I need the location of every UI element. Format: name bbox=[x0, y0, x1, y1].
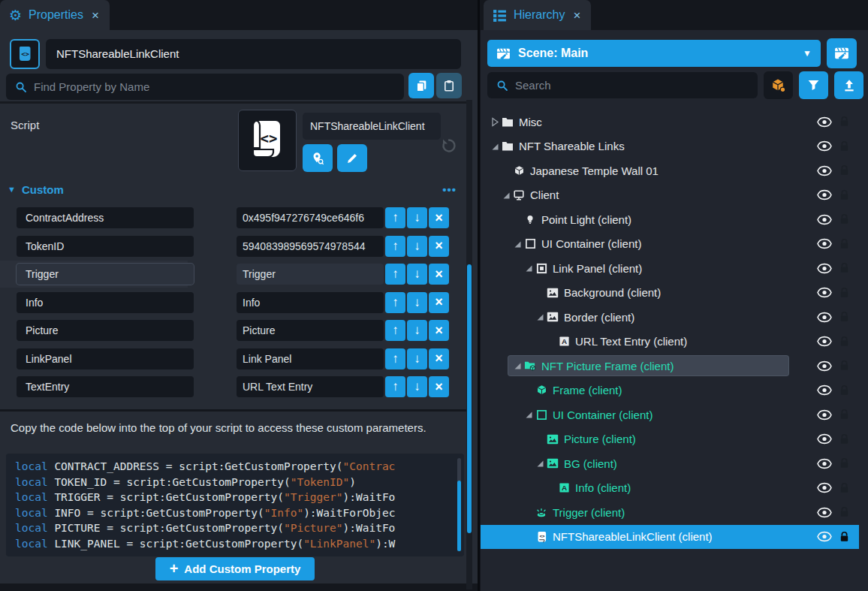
eye-visibility-icon[interactable] bbox=[817, 116, 832, 128]
lock-icon[interactable] bbox=[838, 336, 850, 348]
hierarchy-row[interactable]: <>NFTShareableLinkClient (client) bbox=[481, 525, 859, 550]
tab-properties[interactable]: ⚙ Properties × bbox=[0, 0, 110, 30]
property-name-field[interactable]: LinkPanel bbox=[17, 348, 194, 369]
code-snippet-box[interactable]: local CONTRACT_ADDRESS = script:GetCusto… bbox=[6, 454, 464, 556]
lock-icon[interactable] bbox=[838, 311, 850, 323]
hierarchy-row[interactable]: UI Container (client) bbox=[481, 232, 859, 257]
move-down-button[interactable]: ↓ bbox=[407, 348, 427, 369]
property-value-field[interactable]: Picture bbox=[237, 320, 384, 341]
move-down-button[interactable]: ↓ bbox=[407, 320, 427, 341]
eye-visibility-icon[interactable] bbox=[817, 384, 832, 396]
property-name-field[interactable]: ContractAddress bbox=[17, 207, 194, 228]
eye-visibility-icon[interactable] bbox=[817, 214, 832, 225]
lock-icon[interactable] bbox=[838, 189, 850, 201]
eye-visibility-icon[interactable] bbox=[817, 312, 832, 323]
move-down-button[interactable]: ↓ bbox=[407, 207, 427, 228]
property-value-field[interactable]: URL Text Entry bbox=[237, 376, 384, 397]
hierarchy-search-input[interactable]: Search bbox=[487, 72, 758, 98]
export-button[interactable] bbox=[834, 71, 863, 99]
eye-visibility-icon[interactable] bbox=[817, 238, 832, 249]
add-custom-property-button[interactable]: + Add Custom Property bbox=[155, 557, 315, 580]
property-name-field[interactable]: Picture bbox=[17, 320, 194, 341]
move-up-button[interactable]: ↑ bbox=[385, 236, 405, 257]
lock-icon[interactable] bbox=[838, 433, 850, 445]
collapse-arrow-icon[interactable] bbox=[535, 458, 545, 469]
scrollbar-thumb[interactable] bbox=[467, 264, 472, 533]
hierarchy-row[interactable]: NFT Shareable Links bbox=[481, 134, 859, 159]
move-up-button[interactable]: ↑ bbox=[385, 376, 405, 397]
close-icon[interactable]: × bbox=[573, 9, 580, 22]
eye-visibility-icon[interactable] bbox=[817, 165, 832, 176]
eye-visibility-icon[interactable] bbox=[817, 433, 832, 445]
eye-visibility-icon[interactable] bbox=[817, 458, 832, 469]
remove-property-button[interactable]: × bbox=[429, 236, 449, 257]
hierarchy-row[interactable]: Point Light (client) bbox=[481, 207, 859, 232]
hierarchy-row[interactable]: Picture (client) bbox=[481, 427, 859, 452]
scene-selector-dropdown[interactable]: Scene: Main ▼ bbox=[487, 40, 821, 67]
lock-icon[interactable] bbox=[838, 164, 850, 176]
eye-visibility-icon[interactable] bbox=[817, 189, 832, 201]
move-up-button[interactable]: ↑ bbox=[385, 320, 405, 341]
move-down-button[interactable]: ↓ bbox=[407, 264, 427, 285]
lock-icon[interactable] bbox=[838, 506, 850, 518]
paste-properties-button[interactable] bbox=[436, 73, 462, 98]
script-asset-thumbnail[interactable]: <> bbox=[238, 110, 297, 171]
code-scrollbar[interactable] bbox=[457, 458, 461, 551]
eye-visibility-icon[interactable] bbox=[817, 263, 832, 274]
edit-script-button[interactable] bbox=[337, 144, 367, 172]
scene-manager-button[interactable] bbox=[827, 38, 857, 68]
property-value-field[interactable]: Trigger bbox=[237, 264, 384, 285]
hierarchy-row[interactable]: Border (client) bbox=[481, 305, 859, 330]
properties-scrollbar[interactable] bbox=[466, 100, 472, 589]
hierarchy-row[interactable]: Trigger (client) bbox=[481, 500, 859, 525]
lock-icon[interactable] bbox=[838, 531, 850, 543]
lock-icon[interactable] bbox=[838, 262, 850, 274]
object-visibility-button[interactable] bbox=[764, 71, 793, 99]
eye-visibility-icon[interactable] bbox=[817, 360, 832, 372]
collapse-arrow-icon[interactable] bbox=[512, 360, 523, 371]
eye-visibility-icon[interactable] bbox=[817, 482, 832, 493]
lock-icon[interactable] bbox=[838, 457, 850, 469]
reset-property-icon[interactable] bbox=[440, 137, 458, 155]
lock-icon[interactable] bbox=[838, 384, 850, 397]
move-up-button[interactable]: ↑ bbox=[385, 207, 405, 228]
custom-section-header[interactable]: ▼ Custom ••• bbox=[0, 180, 467, 198]
hierarchy-row[interactable]: AURL Text Entry (client) bbox=[481, 330, 859, 354]
copy-properties-button[interactable] bbox=[408, 73, 434, 98]
script-asset-name[interactable]: NFTShareableLinkClient bbox=[303, 113, 441, 140]
eye-visibility-icon[interactable] bbox=[817, 336, 832, 347]
property-name-field[interactable]: TokenID bbox=[17, 236, 194, 257]
hierarchy-row[interactable]: Background (client) bbox=[481, 281, 859, 306]
move-down-button[interactable]: ↓ bbox=[407, 292, 427, 313]
lock-icon[interactable] bbox=[838, 213, 850, 225]
eye-visibility-icon[interactable] bbox=[817, 140, 832, 152]
lock-icon[interactable] bbox=[838, 482, 850, 494]
move-up-button[interactable]: ↑ bbox=[385, 348, 405, 369]
section-collapse-icon[interactable]: ▼ bbox=[8, 185, 16, 194]
move-down-button[interactable]: ↓ bbox=[407, 376, 427, 397]
hierarchy-row[interactable]: Japanese Temple Wall 01 bbox=[481, 158, 859, 183]
remove-property-button[interactable]: × bbox=[429, 348, 449, 369]
hierarchy-row[interactable]: AInfo (client) bbox=[481, 476, 859, 501]
expand-arrow-icon[interactable] bbox=[490, 116, 500, 127]
hierarchy-row[interactable]: BG (client) bbox=[481, 451, 859, 476]
object-name-field[interactable]: NFTShareableLinkClient bbox=[46, 39, 461, 69]
lock-icon[interactable] bbox=[838, 140, 850, 152]
remove-property-button[interactable]: × bbox=[429, 292, 449, 313]
hierarchy-row[interactable]: Frame (client) bbox=[481, 378, 859, 403]
remove-property-button[interactable]: × bbox=[429, 320, 449, 341]
collapse-arrow-icon[interactable] bbox=[523, 263, 534, 273]
find-property-input[interactable]: Find Property by Name bbox=[6, 74, 404, 100]
tab-hierarchy[interactable]: Hierarchy × bbox=[484, 0, 591, 30]
hierarchy-row[interactable]: Link Panel (client) bbox=[481, 256, 859, 281]
property-value-field[interactable]: 0x495f947276749ce646f6 bbox=[237, 207, 384, 228]
lock-icon[interactable] bbox=[838, 409, 850, 421]
remove-property-button[interactable]: × bbox=[429, 207, 449, 228]
property-value-field[interactable]: Link Panel bbox=[237, 348, 384, 369]
collapse-arrow-icon[interactable] bbox=[535, 312, 545, 322]
find-script-button[interactable] bbox=[303, 144, 333, 172]
eye-visibility-icon[interactable] bbox=[817, 409, 832, 421]
lock-icon[interactable] bbox=[838, 360, 850, 372]
collapse-arrow-icon[interactable] bbox=[512, 239, 523, 249]
close-icon[interactable]: × bbox=[92, 9, 99, 22]
